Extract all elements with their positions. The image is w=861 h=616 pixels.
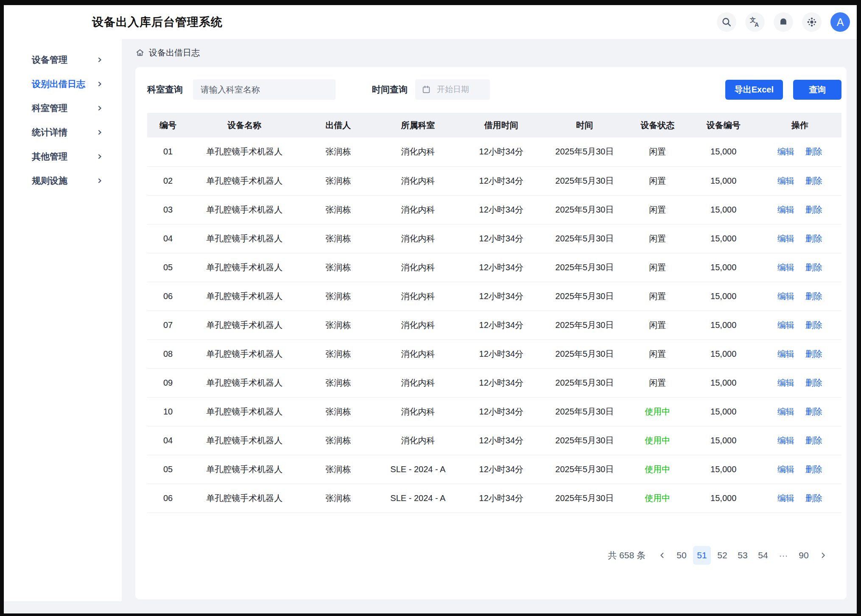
edit-link[interactable]: 编辑 [777,349,794,358]
column-header: 编号 [147,113,189,137]
cell-duration: 12小时34分 [460,282,543,311]
cell-device: 单孔腔镜手术机器人 [189,397,300,426]
sidebar-menu: 设备管理 设别出借日志 科室管理 统计详情 其他管理 规则设施 [4,39,122,601]
delete-link[interactable]: 删除 [805,436,822,445]
edit-link[interactable]: 编辑 [777,291,794,301]
edit-link[interactable]: 编辑 [777,320,794,330]
delete-link[interactable]: 删除 [805,320,822,330]
page-next-button[interactable] [815,546,830,565]
sidebar-item-0[interactable]: 设备管理 [4,48,122,72]
user-avatar[interactable]: A [830,12,850,32]
cell-status: 闲置 [626,339,689,368]
cell-date: 2025年5月30日 [543,137,626,166]
settings-button[interactable] [802,12,822,32]
cell-dept: 消化内科 [376,253,459,282]
edit-link[interactable]: 编辑 [777,263,794,272]
cell-borrower: 张润栋 [300,282,376,311]
screen-frame: 设备出入库后台管理系统 文 A [0,0,861,616]
cell-borrower: 张润栋 [300,455,376,484]
page-button-50[interactable]: 50 [673,546,690,565]
cell-borrower: 张润栋 [300,195,376,224]
cell-dept: 消化内科 [376,397,459,426]
cell-dept: 消化内科 [376,195,459,224]
cell-code: 15,000 [689,484,758,512]
cell-device: 单孔腔镜手术机器人 [189,426,300,455]
page-button-90[interactable]: 90 [795,546,813,565]
delete-link[interactable]: 删除 [805,291,822,301]
page-next-button-icon [819,552,827,559]
delete-link[interactable]: 删除 [805,147,822,156]
sidebar-item-5[interactable]: 规则设施 [4,168,122,193]
delete-link[interactable]: 删除 [805,176,822,185]
page-button-51[interactable]: 51 [693,546,711,565]
cell-actions: 编辑删除 [758,195,841,224]
cell-device: 单孔腔镜手术机器人 [189,455,300,484]
language-button[interactable]: 文 A [745,12,765,32]
page-button-53[interactable]: 53 [734,546,752,565]
cell-status: 闲置 [626,137,689,166]
dept-query-input[interactable] [193,79,335,100]
start-date-picker[interactable]: 开始日期 [415,79,490,100]
cell-id: 08 [147,339,189,368]
edit-link[interactable]: 编辑 [777,378,794,387]
cell-duration: 12小时34分 [460,253,543,282]
chevron-right-icon [96,56,103,63]
page-prev-button[interactable] [655,546,670,565]
table-row: 04单孔腔镜手术机器人张润栋消化内科12小时34分2025年5月30日闲置15,… [147,224,841,253]
notification-icon [778,17,789,28]
delete-link[interactable]: 删除 [805,465,822,474]
edit-link[interactable]: 编辑 [777,176,794,185]
cell-code: 15,000 [689,397,758,426]
delete-link[interactable]: 删除 [805,263,822,272]
page-button-52[interactable]: 52 [713,546,731,565]
cell-id: 04 [147,224,189,253]
cell-dept: 消化内科 [376,368,459,397]
cell-actions: 编辑删除 [758,484,841,512]
edit-link[interactable]: 编辑 [777,234,794,243]
delete-link[interactable]: 删除 [805,234,822,243]
cell-status: 闲置 [626,368,689,397]
search-button[interactable] [717,12,736,32]
cell-actions: 编辑删除 [758,397,841,426]
cell-device: 单孔腔镜手术机器人 [189,224,300,253]
edit-link[interactable]: 编辑 [777,205,794,214]
page-button-54[interactable]: 54 [754,546,772,565]
chevron-right-icon [96,105,103,112]
cell-duration: 12小时34分 [460,339,543,368]
edit-link[interactable]: 编辑 [777,147,794,156]
export-excel-button[interactable]: 导出Excel [725,80,783,100]
sidebar-item-label: 统计详情 [32,126,96,138]
edit-link[interactable]: 编辑 [777,493,794,503]
delete-link[interactable]: 删除 [805,205,822,214]
edit-link[interactable]: 编辑 [777,407,794,416]
breadcrumb-label: 设备出借日志 [149,47,200,59]
query-button[interactable]: 查询 [793,80,841,100]
cell-code: 15,000 [689,195,758,224]
cell-code: 15,000 [689,311,758,339]
sidebar-item-1[interactable]: 设别出借日志 [4,72,122,96]
edit-link[interactable]: 编辑 [777,436,794,445]
cell-device: 单孔腔镜手术机器人 [189,253,300,282]
content-panel: 科室查询 时间查询 开始日期 导出Excel [135,67,847,599]
sidebar-item-label: 其他管理 [32,151,96,162]
notification-button[interactable] [774,12,793,32]
sidebar-item-4[interactable]: 其他管理 [4,144,122,168]
cell-dept: SLE - 2024 - A [376,455,459,484]
delete-link[interactable]: 删除 [805,378,822,387]
cell-dept: 消化内科 [376,166,459,195]
cell-duration: 12小时34分 [460,368,543,397]
cell-date: 2025年5月30日 [543,195,626,224]
cell-dept: 消化内科 [376,224,459,253]
cell-actions: 编辑删除 [758,455,841,484]
delete-link[interactable]: 删除 [805,493,822,503]
sidebar-item-3[interactable]: 统计详情 [4,120,122,144]
edit-link[interactable]: 编辑 [777,465,794,474]
delete-link[interactable]: 删除 [805,407,822,416]
table-row: 10单孔腔镜手术机器人张润栋消化内科12小时34分2025年5月30日使用中15… [147,397,841,426]
sidebar-item-2[interactable]: 科室管理 [4,96,122,120]
cell-id: 02 [147,166,189,195]
cell-actions: 编辑删除 [758,137,841,166]
breadcrumb[interactable]: 设备出借日志 [135,44,847,61]
top-header: 设备出入库后台管理系统 文 A [4,5,857,39]
delete-link[interactable]: 删除 [805,349,822,358]
